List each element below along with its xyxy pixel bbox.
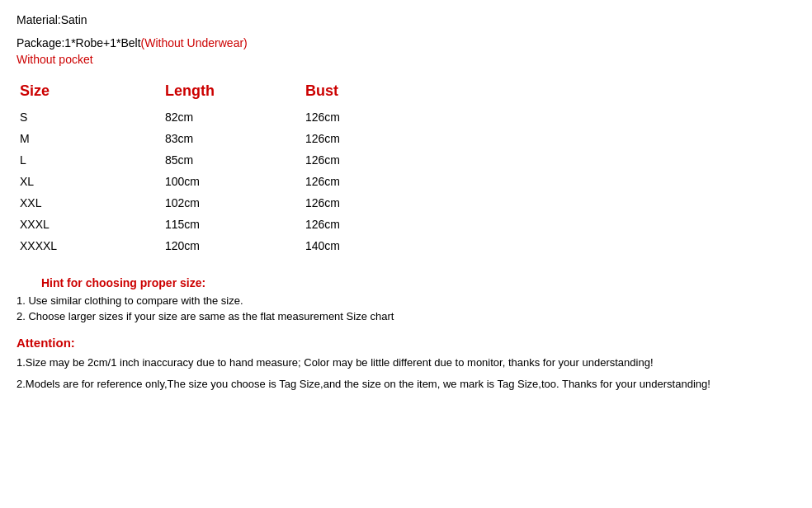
cell-bust: 126cm	[281, 128, 795, 149]
col-header-size: Size	[17, 79, 132, 106]
cell-bust: 126cm	[281, 214, 795, 235]
cell-bust: 126cm	[281, 171, 795, 192]
cell-bust: 140cm	[281, 235, 795, 256]
table-row: XXL102cm126cm	[17, 192, 795, 214]
attention-item-2: 2.Models are for reference only,The size…	[17, 376, 795, 393]
package-red: (Without Underwear)	[141, 36, 248, 49]
cell-size: XXXL	[17, 214, 132, 235]
hint-item-2: 2. Choose larger sizes if your size are …	[17, 310, 795, 322]
cell-length: 120cm	[132, 235, 281, 256]
size-table: Size Length Bust S82cm126cmM83cm126cmL85…	[17, 79, 795, 256]
attention-section: Attention: 1.Size may be 2cm/1 inch inac…	[17, 336, 795, 392]
package-prefix: Package:1*Robe+1*Belt	[17, 36, 141, 49]
cell-length: 83cm	[132, 128, 281, 149]
cell-length: 102cm	[132, 192, 281, 214]
without-pocket: Without pocket	[17, 53, 795, 66]
col-header-bust: Bust	[281, 79, 795, 106]
cell-size: L	[17, 149, 132, 171]
col-header-length: Length	[132, 79, 281, 106]
table-row: S82cm126cm	[17, 106, 795, 128]
material-line: Material:Satin	[17, 13, 795, 26]
package-line: Package:1*Robe+1*Belt(Without Underwear)	[17, 36, 795, 49]
attention-item-1: 1.Size may be 2cm/1 inch inaccuracy due …	[17, 355, 795, 371]
table-row: XL100cm126cm	[17, 171, 795, 192]
table-row: M83cm126cm	[17, 128, 795, 149]
cell-size: S	[17, 106, 132, 128]
cell-length: 100cm	[132, 171, 281, 192]
cell-length: 85cm	[132, 149, 281, 171]
cell-size: M	[17, 128, 132, 149]
cell-bust: 126cm	[281, 106, 795, 128]
cell-size: XL	[17, 171, 132, 192]
cell-length: 82cm	[132, 106, 281, 128]
table-row: XXXL115cm126cm	[17, 214, 795, 235]
hint-title: Hint for choosing proper size:	[17, 276, 795, 289]
table-header-row: Size Length Bust	[17, 79, 795, 106]
cell-length: 115cm	[132, 214, 281, 235]
cell-size: XXL	[17, 192, 132, 214]
cell-size: XXXXL	[17, 235, 132, 256]
attention-title: Attention:	[17, 336, 795, 350]
cell-bust: 126cm	[281, 192, 795, 214]
table-row: L85cm126cm	[17, 149, 795, 171]
cell-bust: 126cm	[281, 149, 795, 171]
hint-item-1: 1. Use similar clothing to compare with …	[17, 294, 795, 307]
material-text: Material:Satin	[17, 13, 87, 26]
hint-section: Hint for choosing proper size: 1. Use si…	[17, 276, 795, 322]
table-row: XXXXL120cm140cm	[17, 235, 795, 256]
